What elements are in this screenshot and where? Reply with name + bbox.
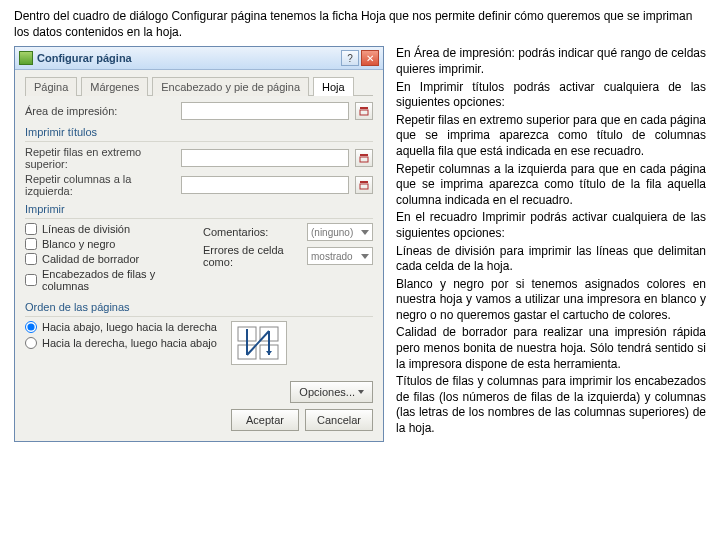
- headings-checkbox[interactable]: Encabezados de filas y columnas: [25, 268, 195, 292]
- headings-label: Encabezados de filas y columnas: [42, 268, 195, 292]
- order-down-radio[interactable]: Hacia abajo, luego hacia la derecha: [25, 321, 217, 333]
- cell-errors-select[interactable]: mostrado: [307, 247, 373, 265]
- bw-checkbox[interactable]: Blanco y negro: [25, 238, 195, 250]
- titlebar: Configurar página ? ✕: [15, 47, 383, 70]
- comments-select[interactable]: (ninguno): [307, 223, 373, 241]
- dialog-title: Configurar página: [37, 52, 341, 64]
- svg-rect-0: [360, 110, 368, 115]
- page-order-group: Orden de las páginas: [25, 301, 373, 313]
- draft-label: Calidad de borrador: [42, 253, 139, 265]
- tab-margins[interactable]: Márgenes: [81, 77, 148, 96]
- print-group: Imprimir: [25, 203, 373, 215]
- explain-text: Blanco y negro por si tenemos asignados …: [396, 277, 706, 324]
- explain-text: En el recuadro Imprimir podrás activar c…: [396, 210, 706, 241]
- repeat-rows-label: Repetir filas en extremo superior:: [25, 146, 175, 170]
- tab-page[interactable]: Página: [25, 77, 77, 96]
- svg-rect-5: [360, 181, 368, 183]
- explain-text: Repetir columnas a la izquierda para que…: [396, 162, 706, 209]
- app-icon: [19, 51, 33, 65]
- options-button[interactable]: Opciones...: [290, 381, 373, 403]
- help-button[interactable]: ?: [341, 50, 359, 66]
- tabstrip: Página Márgenes Encabezado y pie de pági…: [25, 76, 373, 96]
- svg-rect-4: [360, 184, 368, 189]
- print-area-label: Área de impresión:: [25, 105, 175, 117]
- page-order-diagram-icon: [231, 321, 287, 365]
- svg-rect-1: [360, 107, 368, 109]
- explain-text: Líneas de división para imprimir las lín…: [396, 244, 706, 275]
- svg-rect-2: [360, 157, 368, 162]
- explain-text: Títulos de filas y columnas para imprimi…: [396, 374, 706, 436]
- close-button[interactable]: ✕: [361, 50, 379, 66]
- repeat-rows-input[interactable]: [181, 149, 349, 167]
- tab-header-footer[interactable]: Encabezado y pie de página: [152, 77, 309, 96]
- repeat-cols-label: Repetir columnas a la izquierda:: [25, 173, 175, 197]
- explain-text: En Área de impresión: podrás indicar qué…: [396, 46, 706, 77]
- ok-button[interactable]: Aceptar: [231, 409, 299, 431]
- draft-checkbox[interactable]: Calidad de borrador: [25, 253, 195, 265]
- explain-text: Repetir filas en extremo superior para q…: [396, 113, 706, 160]
- order-across-label: Hacia la derecha, luego hacia abajo: [42, 337, 217, 349]
- comments-label: Comentarios:: [203, 226, 303, 238]
- intro-text: Dentro del cuadro de diálogo Configurar …: [14, 8, 706, 40]
- collapse-dialog-icon[interactable]: [355, 102, 373, 120]
- gridlines-checkbox[interactable]: Líneas de división: [25, 223, 195, 235]
- page-setup-dialog: Configurar página ? ✕ Página Márgenes En…: [14, 46, 384, 442]
- collapse-dialog-icon[interactable]: [355, 149, 373, 167]
- dialog-screenshot: Configurar página ? ✕ Página Márgenes En…: [14, 46, 384, 442]
- collapse-dialog-icon[interactable]: [355, 176, 373, 194]
- print-area-input[interactable]: [181, 102, 349, 120]
- repeat-cols-input[interactable]: [181, 176, 349, 194]
- order-down-label: Hacia abajo, luego hacia la derecha: [42, 321, 217, 333]
- gridlines-label: Líneas de división: [42, 223, 130, 235]
- order-across-radio[interactable]: Hacia la derecha, luego hacia abajo: [25, 337, 217, 349]
- bw-label: Blanco y negro: [42, 238, 115, 250]
- cancel-button[interactable]: Cancelar: [305, 409, 373, 431]
- svg-rect-3: [360, 154, 368, 156]
- tab-sheet[interactable]: Hoja: [313, 77, 354, 96]
- cell-errors-label: Errores de celda como:: [203, 244, 303, 268]
- print-titles-group: Imprimir títulos: [25, 126, 373, 138]
- explain-text: Calidad de borrador para realizar una im…: [396, 325, 706, 372]
- explain-text: En Imprimir títulos podrás activar cualq…: [396, 80, 706, 111]
- explanation-column: En Área de impresión: podrás indicar qué…: [396, 46, 706, 442]
